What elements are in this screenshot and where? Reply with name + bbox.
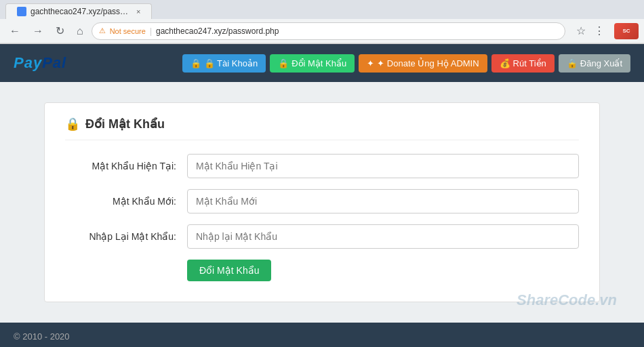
logout-icon: 🔒 [567, 58, 578, 68]
security-icon: ⚠ [99, 26, 106, 35]
footer-dark: © 2010 - 2020 [0, 323, 644, 347]
back-button[interactable]: ← [5, 23, 24, 39]
more-icon[interactable]: ⋮ [591, 23, 607, 39]
security-text: Not secure [110, 27, 146, 35]
url-text: gachthecao247.xyz/password.php [156, 26, 279, 36]
account-icon: 🔒 [190, 58, 201, 68]
browser-toolbar: ← → ↻ ⌂ ⚠ Not secure | gachthecao247.xyz… [0, 19, 644, 43]
brand-pal: Pal [42, 54, 66, 71]
toolbar-actions: ☆ ⋮ [573, 23, 607, 39]
confirm-password-label: Nhập Lại Mật Khẩu: [65, 231, 187, 242]
browser-tab[interactable]: gachthecao247.xyz/password.php × [5, 3, 152, 19]
browser-chrome: gachthecao247.xyz/password.php × ← → ↻ ⌂… [0, 0, 644, 44]
current-password-group: Mật Khẩu Hiện Tại: [65, 154, 579, 178]
navbar-brand: PayPal [14, 54, 66, 72]
card-title: 🔒 Đổi Mật Khẩu [65, 117, 579, 140]
withdraw-button[interactable]: 💰 Rút Tiền [491, 54, 555, 73]
password-icon: 🔒 [278, 58, 289, 68]
brand-pay: Pay [14, 54, 42, 71]
new-password-input[interactable] [187, 189, 579, 213]
donate-icon: ✦ [367, 58, 374, 68]
content-area: 🔒 Đổi Mật Khẩu Mật Khẩu Hiện Tại: Mật Kh… [0, 82, 644, 323]
page-wrapper: PayPal 🔒 🔒 Tài Khoản 🔒 Đổi Mật Khẩu ✦ ✦ … [0, 44, 644, 347]
navbar: PayPal 🔒 🔒 Tài Khoản 🔒 Đổi Mật Khẩu ✦ ✦ … [0, 44, 644, 82]
tab-title: gachthecao247.xyz/password.php [31, 7, 132, 16]
footer-copyright-left: © 2010 - 2020 [14, 331, 70, 342]
withdraw-icon: 💰 [500, 58, 510, 68]
reload-button[interactable]: ↻ [52, 23, 68, 39]
address-bar[interactable]: ⚠ Not secure | gachthecao247.xyz/passwor… [92, 22, 565, 40]
sharecode-logo: SC [614, 23, 639, 39]
account-button[interactable]: 🔒 🔒 Tài Khoản [182, 54, 266, 73]
forward-button[interactable]: → [28, 23, 47, 39]
tab-close-icon[interactable]: × [136, 7, 140, 16]
bookmark-icon[interactable]: ☆ [573, 23, 588, 39]
tab-favicon [17, 7, 26, 16]
nav-buttons: 🔒 🔒 Tài Khoản 🔒 Đổi Mật Khẩu ✦ ✦ Donate … [182, 54, 630, 73]
current-password-input[interactable] [187, 154, 579, 178]
submit-button[interactable]: Đổi Mật Khẩu [187, 260, 271, 281]
watermark: ShareCode.vn [517, 291, 617, 309]
donate-button[interactable]: ✦ ✦ Donate Ủng Hộ ADMIN [359, 54, 487, 73]
change-password-form: Mật Khẩu Hiện Tại: Mật Khẩu Mới: Nhập Lạ… [65, 154, 579, 281]
confirm-password-group: Nhập Lại Mật Khẩu: [65, 224, 579, 249]
current-password-label: Mật Khẩu Hiện Tại: [65, 161, 187, 171]
logout-button[interactable]: 🔒 Đăng Xuất [559, 54, 630, 73]
browser-tabs: gachthecao247.xyz/password.php × [0, 0, 644, 19]
lock-title-icon: 🔒 [65, 117, 80, 131]
confirm-password-input[interactable] [187, 224, 579, 249]
submit-group: Đổi Mật Khẩu [65, 260, 579, 281]
change-password-button[interactable]: 🔒 Đổi Mật Khẩu [270, 54, 355, 73]
password-card: 🔒 Đổi Mật Khẩu Mật Khẩu Hiện Tại: Mật Kh… [44, 102, 600, 302]
new-password-label: Mật Khẩu Mới: [65, 196, 187, 207]
home-button[interactable]: ⌂ [73, 23, 87, 39]
new-password-group: Mật Khẩu Mới: [65, 189, 579, 213]
